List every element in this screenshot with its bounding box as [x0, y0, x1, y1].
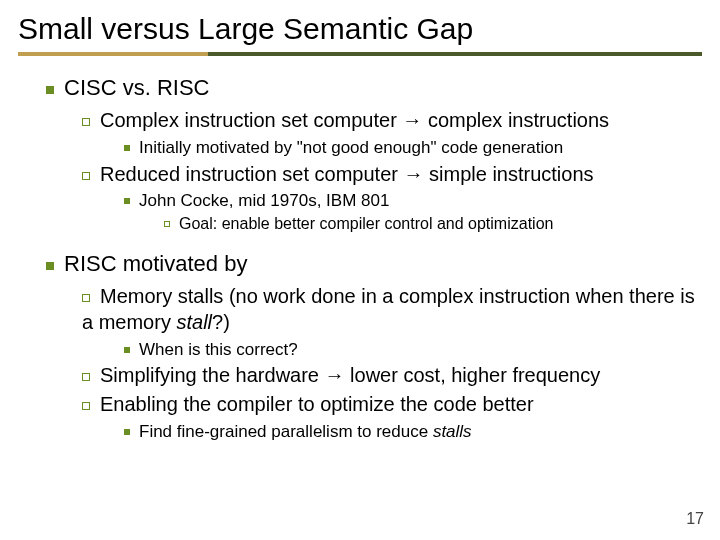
hollow-square-bullet-icon [82, 373, 90, 381]
hollow-square-bullet-icon [82, 172, 90, 180]
text: Complex instruction set computer → compl… [100, 109, 609, 131]
bullet-memory-stalls: Memory stalls (no work done in a complex… [82, 284, 702, 335]
text: Reduced instruction set computer → simpl… [100, 163, 594, 185]
slide: Small versus Large Semantic Gap CISC vs.… [0, 0, 720, 540]
hollow-square-bullet-icon [82, 118, 90, 126]
bullet-motivation: Initially motivated by "not good enough"… [124, 137, 702, 159]
hollow-square-bullet-icon [82, 402, 90, 410]
bullet-parallelism: Find fine-grained parallelism to reduce … [124, 421, 702, 443]
text: John Cocke, mid 1970s, IBM 801 [139, 191, 389, 210]
square-bullet-icon [46, 86, 54, 94]
text: Enabling the compiler to optimize the co… [100, 393, 534, 415]
hollow-square-bullet-icon [82, 294, 90, 302]
square-bullet-icon [124, 145, 130, 151]
text-italic: stall [176, 311, 212, 333]
hollow-square-bullet-icon [164, 221, 170, 227]
square-bullet-icon [124, 198, 130, 204]
slide-body: CISC vs. RISC Complex instruction set co… [18, 74, 702, 442]
text: Initially motivated by "not good enough"… [139, 138, 563, 157]
text: Simplifying the hardware → lower cost, h… [100, 364, 600, 386]
bullet-complex-isc: Complex instruction set computer → compl… [82, 108, 702, 134]
page-number: 17 [686, 510, 704, 528]
square-bullet-icon [124, 347, 130, 353]
bullet-when-correct: When is this correct? [124, 339, 702, 361]
bullet-compiler-optimize: Enabling the compiler to optimize the co… [82, 392, 702, 418]
text-post: ?) [212, 311, 230, 333]
text: RISC motivated by [64, 251, 247, 276]
bullet-cocke: John Cocke, mid 1970s, IBM 801 [124, 190, 702, 212]
title-rule [18, 52, 702, 56]
bullet-goal: Goal: enable better compiler control and… [164, 214, 702, 234]
text-pre: Memory stalls (no work done in a complex… [82, 285, 695, 333]
bullet-cisc-risc: CISC vs. RISC [46, 74, 702, 102]
text: Goal: enable better compiler control and… [179, 215, 553, 232]
text: When is this correct? [139, 340, 298, 359]
bullet-simplify-hw: Simplifying the hardware → lower cost, h… [82, 363, 702, 389]
text-italic: stalls [433, 422, 472, 441]
bullet-risc-motivated: RISC motivated by [46, 250, 702, 278]
bullet-reduced-isc: Reduced instruction set computer → simpl… [82, 162, 702, 188]
text: CISC vs. RISC [64, 75, 209, 100]
square-bullet-icon [46, 262, 54, 270]
slide-title: Small versus Large Semantic Gap [18, 12, 702, 46]
square-bullet-icon [124, 429, 130, 435]
text-pre: Find fine-grained parallelism to reduce [139, 422, 433, 441]
